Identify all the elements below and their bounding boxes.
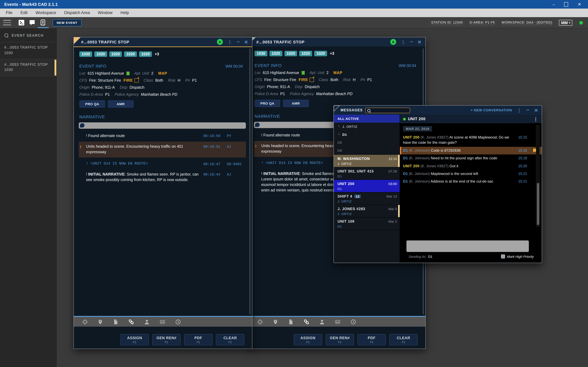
event-list-item[interactable]: #...0053 TRAFFIC STOP 1030 (0, 59, 56, 76)
event-window-header[interactable]: #...0053 TRAFFIC STOP A ⋮ – ✕ (249, 37, 425, 47)
menu-item[interactable]: Window (94, 8, 117, 17)
conversation-filter[interactable]: D5 (334, 139, 400, 147)
event-tag[interactable]: 1020 (299, 51, 312, 56)
event-action-button[interactable]: PDF F1 (184, 334, 213, 345)
info-action-button[interactable]: AMR (283, 100, 309, 107)
event-action-button[interactable]: PDF F1 (357, 334, 386, 345)
conversation-filter[interactable]: J. ORTIZ (334, 123, 400, 131)
event-tag[interactable]: 1020 (94, 51, 107, 57)
more-tags-label[interactable]: +3 (330, 51, 334, 56)
conversation-filter[interactable]: ALL ACTIVE (334, 115, 400, 123)
bookmark-icon[interactable] (533, 149, 536, 153)
event-window-header[interactable]: #...0053 TRAFFIC STOP A ⋮ – ✕ (74, 37, 252, 47)
workspace-label[interactable]: WORKSPACE: DA3 - (EDITED) (502, 20, 552, 25)
map-link[interactable]: MAP (158, 71, 167, 75)
chat-scrollbar-thumb[interactable] (537, 183, 539, 225)
person-icon[interactable] (319, 319, 325, 325)
vehicle-icon[interactable] (334, 318, 341, 325)
chat-message-input[interactable] (406, 240, 529, 252)
maximize-icon[interactable] (564, 2, 569, 7)
event-action-button[interactable]: CLEAR F1 (216, 334, 244, 345)
narrative-input[interactable] (79, 122, 246, 129)
event-tag[interactable]: 1030 (254, 51, 267, 56)
kebab-menu-icon[interactable]: ⋮ (517, 108, 521, 112)
chat-message[interactable]: D1 (K. Johnson) Maplewood is the second … (400, 170, 542, 178)
fire-link[interactable]: FIRE (123, 78, 133, 83)
vehicle-icon[interactable] (159, 318, 166, 325)
file-icon[interactable] (288, 319, 294, 325)
chat-icon[interactable] (28, 19, 36, 26)
event-action-button[interactable]: CLEAR F1 (389, 334, 418, 345)
conversation-item[interactable]: M. WASHINGTON 12:14 J. ORTIZ (334, 155, 400, 167)
messages-header[interactable]: MESSAGES + NEW CONVERSATION ⋮ – ✕ (334, 106, 542, 115)
narrative-entry[interactable]: ! <UNIT D14 IS NOW EN ROUTE> 09:16:47 DD… (79, 161, 246, 167)
chat-message[interactable]: UNIT 200 (K. Jones #3827) Got it 15:20 (400, 162, 542, 170)
link-icon[interactable] (128, 318, 134, 325)
event-tag[interactable]: 1030 (79, 51, 92, 57)
narrative-entry[interactable]: ! Units headed to scene. Encountering he… (79, 142, 246, 158)
messages-search-input[interactable] (365, 108, 410, 113)
pin-icon[interactable] (97, 319, 103, 325)
kebab-menu-icon[interactable]: ⋮ (534, 117, 538, 121)
chat-message[interactable]: D1 (K. Johnson) Code is 87292836 15:18 (400, 147, 542, 155)
external-link-icon[interactable] (310, 78, 314, 82)
conversation-item[interactable]: SHIFT 412 Mar 13 J. ORTIZ (334, 192, 400, 205)
station-id-label[interactable]: STATION ID: 12345 (431, 20, 463, 25)
info-action-button[interactable]: PRO QA (79, 100, 105, 108)
conversation-item[interactable]: J. JONES #283 Mar 5 J. ORTIZ (334, 205, 400, 217)
more-tags-label[interactable]: +3 (155, 52, 159, 56)
conversation-item[interactable]: UNIT 109 Mar 2 D1 (334, 217, 400, 230)
minimize-icon[interactable]: – (527, 107, 529, 112)
scrollbar[interactable] (249, 48, 251, 314)
new-conversation-button[interactable]: + NEW CONVERSATION (471, 108, 512, 112)
event-tag[interactable]: 1020 (139, 51, 152, 57)
event-list-item[interactable]: #...0053 TRAFFIC STOP 1030 (0, 42, 56, 59)
minimize-icon[interactable]: – (410, 39, 413, 44)
event-tag[interactable]: 1020 (314, 51, 327, 56)
kebab-menu-icon[interactable]: ⋮ (227, 40, 232, 44)
event-action-button[interactable]: GEN REN# F1 (326, 334, 354, 345)
chat-message[interactable]: D1 (K. Johnson) Need to hit the pound si… (400, 154, 542, 162)
event-action-button[interactable]: GEN REN# F1 (152, 334, 181, 345)
file-icon[interactable] (113, 319, 119, 325)
conversation-filter[interactable]: D1 (334, 131, 400, 139)
event-action-button[interactable]: ASSIGN F1 (294, 334, 322, 345)
narrative-entry[interactable]: ! INITIAL NARRATIVE: Smoke and flames se… (79, 171, 246, 183)
terminal-icon[interactable] (18, 19, 25, 26)
external-link-icon[interactable] (134, 78, 138, 83)
avatar[interactable]: A (390, 39, 396, 45)
close-icon[interactable]: ✕ (577, 2, 582, 7)
menu-item[interactable]: File (2, 8, 17, 17)
link-icon[interactable] (303, 318, 310, 325)
event-tag[interactable]: 1020 (284, 51, 297, 56)
menu-item[interactable]: Help (117, 8, 133, 17)
high-priority-checkbox[interactable] (501, 254, 505, 259)
search-icon[interactable] (4, 33, 9, 38)
kebab-menu-icon[interactable]: ⋮ (401, 40, 406, 44)
menu-item[interactable]: Edit (17, 8, 32, 17)
map-link[interactable]: MAP (333, 71, 342, 75)
person-icon[interactable] (144, 319, 150, 325)
info-action-button[interactable]: PRO QA (254, 100, 280, 107)
info-action-button[interactable]: AMR (108, 100, 134, 108)
event-tag[interactable]: 1020 (269, 51, 282, 56)
user-menu-dropdown[interactable]: MM ▾ (559, 20, 572, 25)
avatar[interactable]: A (217, 39, 223, 45)
diamond-icon[interactable] (257, 319, 263, 325)
chat-message[interactable]: UNIT 200 (K. Jones #3827) At scene at 40… (400, 134, 542, 147)
conversation-item[interactable]: UNIT 200 03:00 D1 (334, 180, 400, 192)
fire-link[interactable]: FIRE (299, 78, 308, 82)
chat-message[interactable]: D1 (K. Johnson) Address is at the end of… (400, 178, 542, 186)
history-icon[interactable] (175, 319, 181, 325)
conversation-filter[interactable]: D6 (334, 147, 400, 154)
event-tag[interactable]: 1020 (124, 51, 137, 57)
narrative-entry[interactable]: ! Found alternate route 09:16:59 PY (79, 133, 246, 139)
diamond-icon[interactable] (82, 319, 88, 325)
event-action-button[interactable]: ASSIGN F1 (120, 334, 149, 345)
close-icon[interactable]: ✕ (418, 40, 421, 44)
hamburger-icon[interactable] (3, 20, 11, 25)
menu-item[interactable]: Dispatch Area (60, 8, 94, 17)
pin-icon[interactable] (273, 319, 278, 325)
menu-item[interactable]: Workspace (32, 8, 60, 17)
minimize-icon[interactable]: – (551, 2, 556, 7)
